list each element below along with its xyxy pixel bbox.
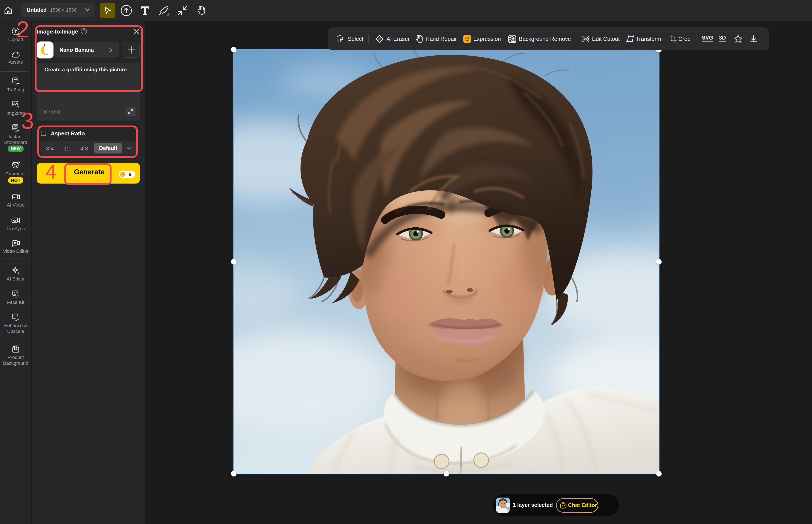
svg-text:D: D <box>122 173 124 176</box>
